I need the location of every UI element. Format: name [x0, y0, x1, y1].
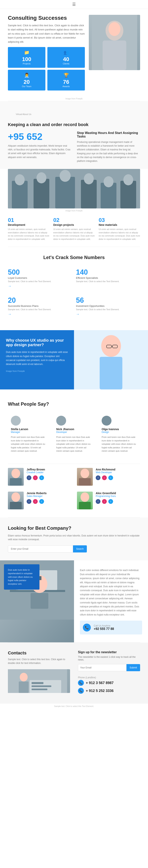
stat-awards: 🏆 76 Awards — [47, 70, 85, 91]
about-title: Keeping a clean and order record book — [8, 122, 140, 127]
number-4-value: 56 — [76, 296, 140, 305]
numbers-section: Let's Crack Some Numbers 500 Loyal Custo… — [0, 247, 148, 326]
testimonial-2-avatar — [56, 416, 66, 426]
process-section: 01 Development Ut enim ad minim veniam, … — [0, 213, 148, 247]
looking-text: Etiam varius rhoncus fermentum. Proin po… — [8, 534, 140, 541]
email-input[interactable] — [8, 545, 73, 553]
why-title: Why choose UX studio as your app design … — [6, 338, 68, 347]
svg-rect-2 — [103, 40, 126, 70]
number-4-arrow[interactable]: → — [76, 312, 79, 316]
testimonial-2: Nick Jhanson Developer Proin sed lorem n… — [53, 413, 95, 456]
ann-instagram[interactable]: i — [102, 475, 107, 480]
testimonial-3: Olga Ivanova Design Proin sed lorem non … — [99, 413, 140, 456]
hero-content: Consulting Successes Sample text. Click … — [8, 15, 85, 91]
newsletter-form: Submit — [78, 664, 140, 671]
alex-facebook[interactable]: f — [96, 499, 101, 504]
search-button[interactable]: Search — [73, 545, 87, 553]
process-text-3: Ut enim ad minim veniam, quis nostrud ex… — [99, 228, 140, 241]
process-num-2: 02 — [53, 217, 95, 223]
svg-rect-43 — [32, 685, 51, 687]
number-3-arrow[interactable]: → — [8, 312, 11, 316]
svg-rect-44 — [32, 689, 47, 690]
process-text-1: Ut enim ad minim veniam, quis nostrud ex… — [8, 228, 49, 241]
newsletter-text: The newsletter is the easiest 1-click wa… — [78, 656, 140, 661]
top-nav: ☰ — [0, 0, 148, 9]
team-info-alex: Alex Greenfield Programming Guru f i t — [96, 492, 140, 509]
why-left: Why choose UX studio as your app design … — [0, 330, 74, 390]
stat-projects: 📁 100 Projects — [8, 47, 45, 68]
number-item-3: 20 Successful Business Plans Sample text… — [8, 294, 72, 318]
testimonial-1-text: Proin sed lorem non ibus Duis aute irure… — [11, 435, 46, 453]
contacts-section: Contacts Sample text. Click to select th… — [0, 643, 148, 704]
number-2-sub: Sample text. Click to select the Text El… — [76, 280, 140, 283]
newsletter-button[interactable]: Submit — [126, 664, 140, 671]
svg-point-10 — [60, 170, 71, 182]
phone-icon-2: 📞 — [78, 688, 84, 694]
about-section: Virtual About Us Keeping a clean and ord… — [0, 101, 148, 169]
svg-point-12 — [84, 173, 94, 184]
alex-name: Alex Greenfield — [96, 492, 140, 495]
alex-twitter[interactable]: t — [108, 499, 113, 504]
about-desc: Aliquam vestibulum lobortis imperdiet. M… — [8, 144, 71, 159]
why-link[interactable]: Image from Freepik — [6, 370, 25, 372]
jeffrey-twitter[interactable]: t — [39, 475, 44, 480]
jeffrey-role: Creative Leader — [27, 471, 71, 474]
alex-instagram[interactable]: i — [102, 499, 107, 504]
process-num-1: 01 — [8, 217, 49, 223]
stat-projects-number: 100 — [11, 56, 42, 62]
number-2-value: 140 — [76, 268, 140, 276]
svg-point-14 — [104, 176, 113, 187]
process-item-1: 01 Development Ut enim ad minim veniam, … — [8, 217, 49, 241]
newsletter-input[interactable] — [78, 664, 126, 671]
process-title-1: Development — [8, 223, 49, 226]
contacts-sub: Sample text. Click to select this text b… — [8, 657, 70, 665]
number-item-1: 500 Loyal Customers Sample text. Click t… — [8, 266, 72, 290]
testimonial-3-name: Olga Ivanova — [102, 428, 137, 431]
jeffrey-facebook[interactable]: f — [27, 475, 31, 480]
phone-item-1: 📞 + 912 3 567 8987 — [78, 680, 140, 686]
team-info-ann: Ann Richmond Web Developer f i t — [96, 468, 140, 486]
hero-freepik-note: Image from Freepik — [0, 96, 148, 101]
process-num-3: 03 — [99, 217, 140, 223]
stat-team-label: Our Team — [11, 85, 42, 88]
svg-point-18 — [101, 335, 121, 357]
contacts-right: Sign up for the newsletter The newslette… — [78, 650, 140, 696]
process-freepik-note: Image from Freepik — [0, 209, 148, 213]
awards-icon: 🏆 — [50, 73, 82, 78]
process-item-3: 03 New materials Ut enim ad minim veniam… — [99, 217, 140, 241]
section-label: Virtual About Us — [8, 107, 140, 121]
stat-team: 👨‍💼 20 Our Team — [8, 70, 45, 91]
jennie-facebook[interactable]: f — [27, 499, 31, 504]
process-text-2: Ut enim ad minim veniam, quis nostrud ex… — [53, 228, 95, 241]
number-1-arrow[interactable]: → — [8, 284, 11, 288]
hero-image-placeholder — [89, 15, 140, 70]
jeffrey-instagram[interactable]: i — [33, 475, 38, 480]
numbers-title: Let's Crack Some Numbers — [8, 255, 140, 260]
svg-point-25 — [80, 469, 89, 478]
contact-info: 📞 Call Us Anytime +92 555 77 88 — [80, 621, 142, 634]
team-image-row — [0, 169, 148, 209]
number-4-label: Investment Opportunities — [76, 305, 140, 307]
ann-facebook[interactable]: f — [96, 475, 101, 480]
process-item-2: 02 Design projects Ut enim ad minim veni… — [53, 217, 95, 241]
svg-point-27 — [11, 492, 20, 502]
hamburger-icon[interactable]: ☰ — [72, 2, 76, 7]
jennie-twitter[interactable]: t — [39, 499, 44, 504]
ann-role: Web Developer — [96, 471, 140, 474]
footer-note: Sample text. Click to select this Text E… — [0, 704, 148, 709]
testimonials-section: What People Say? Stella Larson Manager P… — [0, 393, 148, 464]
svg-point-8 — [37, 172, 46, 183]
testimonial-1-name: Stella Larson — [11, 428, 46, 431]
contact-label: Call Us Anytime — [94, 624, 114, 627]
phone-number-1: + 912 3 567 8987 — [86, 681, 114, 685]
number-3-sub: Sample text. Click to select the Text El… — [8, 308, 72, 311]
jennie-instagram[interactable]: i — [33, 499, 38, 504]
looking-title: Looking for Best Company? — [8, 525, 140, 531]
number-item-4: 56 Investment Opportunities Sample text.… — [76, 294, 140, 318]
email-form: Search — [8, 545, 87, 553]
svg-rect-19 — [100, 357, 122, 390]
ann-twitter[interactable]: t — [108, 475, 113, 480]
testimonial-1: Stella Larson Manager Proin sed lorem no… — [8, 413, 49, 456]
phone-icon: 📞 — [83, 624, 91, 631]
stat-awards-number: 76 — [50, 79, 82, 85]
